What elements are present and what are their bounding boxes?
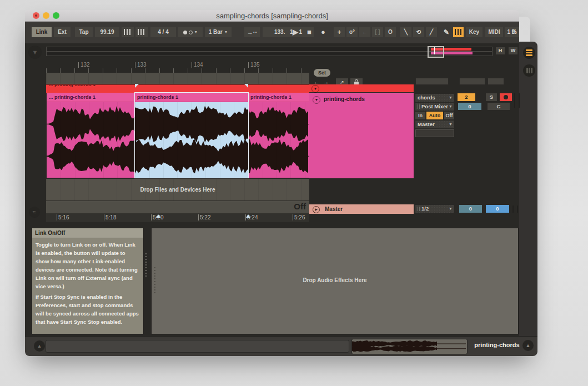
chevron-down-icon: ▼ <box>224 30 228 34</box>
arm-button[interactable] <box>500 93 512 101</box>
loop-marker-icon <box>156 214 160 218</box>
bar-number: 133 <box>135 62 147 68</box>
red-clip-label: ... printing-chords 1 <box>49 84 96 87</box>
mixer-grip <box>514 93 520 108</box>
position-bar: 133. <box>274 29 285 35</box>
beat-ruler[interactable] <box>46 68 309 73</box>
master-track-name[interactable]: Master <box>325 206 343 212</box>
session-overdub-button[interactable]: o° <box>346 27 358 37</box>
time-label: 5:18 <box>104 214 116 220</box>
track-name[interactable]: printing-chords <box>324 96 365 102</box>
track-activator[interactable]: 2 <box>458 93 475 101</box>
clip-title-bar[interactable]: printing-chords 1 <box>135 93 248 102</box>
clip-title-bar[interactable]: ... printing-chords 1 <box>47 93 135 102</box>
unfold-track-icon[interactable]: ▼ <box>313 96 320 104</box>
computer-midi-keyboard-button[interactable] <box>453 27 464 37</box>
unfold-track-icon[interactable]: ▼ <box>311 85 319 93</box>
selection-start-marker[interactable] <box>135 84 139 88</box>
loop-button[interactable]: ⟲ <box>413 27 424 37</box>
fold-bottom-button[interactable]: ▲ <box>34 340 45 352</box>
insert-marker-button[interactable]: + <box>334 27 345 37</box>
input-routing-menu[interactable]: chords▼ <box>415 94 454 102</box>
master-track-lane[interactable]: Off <box>46 201 309 213</box>
clip-waveform-area[interactable] <box>135 102 248 178</box>
input-channel-menu[interactable]: Post Mixer▼ <box>415 103 454 111</box>
red-track-header[interactable]: ▼ <box>309 84 414 92</box>
panel-splitter[interactable] <box>145 253 147 278</box>
output-routing-menu[interactable]: Master▼ <box>415 121 454 128</box>
clip-waveform-area[interactable] <box>248 102 309 178</box>
time-ruler[interactable]: 5:16 5:18 5:20 5:22 5:24 5:26 <box>46 213 309 222</box>
midi-map-button[interactable]: MIDI <box>485 27 503 37</box>
tempo-field[interactable]: 99.19 <box>95 27 119 37</box>
volume-field[interactable]: 0 <box>458 103 481 110</box>
monitor-auto-button[interactable]: Auto <box>426 112 443 119</box>
menu-toggle-button[interactable] <box>523 47 535 59</box>
grid-overlay <box>135 102 248 178</box>
input-channel-label: Post Mixer <box>421 103 448 109</box>
red-track-clip[interactable]: ... printing-chords 1 <box>46 84 309 93</box>
optimize-width-button[interactable]: W <box>509 47 517 54</box>
title-bar[interactable]: sampling-chords [sampling-chords] <box>25 10 519 22</box>
track-header[interactable]: ▼ printing-chords <box>309 93 414 178</box>
clip-waveform-area[interactable] <box>47 102 135 178</box>
punch-button[interactable]: ╱ <box>426 27 437 37</box>
solo-button[interactable]: S <box>486 93 497 101</box>
ext-sync-button[interactable]: Ext <box>54 27 71 37</box>
chevron-down-icon: ▼ <box>449 205 453 213</box>
scrub-area[interactable] <box>46 73 309 84</box>
master-volume-field[interactable]: 0 <box>459 205 482 213</box>
nudge-up-button[interactable] <box>135 27 148 37</box>
bar-number: 134 <box>192 62 203 68</box>
master-pan-field[interactable]: 0 <box>486 205 509 213</box>
drop-files-zone[interactable]: Drop Files and Devices Here <box>46 179 309 200</box>
output-channel-box[interactable] <box>415 129 454 137</box>
input-routing-label: chords <box>418 94 435 101</box>
pan-field[interactable]: C <box>488 103 510 110</box>
arrangement-view: ▼ ≈ H W 132 133 134 135 ... printing-cho… <box>25 43 519 336</box>
stop-button[interactable]: ■ <box>304 27 315 37</box>
back-to-arrangement-button[interactable]: ← <box>359 27 370 37</box>
selection-button[interactable]: [ ] <box>372 27 383 37</box>
mixer-strip-toggle-button[interactable] <box>523 64 535 77</box>
master-track-header[interactable]: ▶ Master <box>309 204 414 214</box>
disk-overload-indicator: D <box>509 27 518 37</box>
clip-title-bar[interactable]: printing-chords 1 <box>248 93 309 102</box>
tap-tempo-button[interactable]: Tap <box>75 27 93 37</box>
reenable-automation-button[interactable]: O <box>385 27 396 37</box>
play-button[interactable]: ▶ <box>290 27 301 37</box>
bar-number: 132 <box>78 62 90 68</box>
audio-clip-selected[interactable]: printing-chords 1 <box>135 93 248 178</box>
wave-view-button[interactable]: ≈ <box>29 207 40 218</box>
optimize-height-button[interactable]: H <box>496 47 505 54</box>
chevron-down-icon: ▼ <box>194 30 198 34</box>
drop-audio-effects-hint: Drop Audio Effects Here <box>152 277 518 283</box>
master-output-label: 1/2 <box>421 205 429 212</box>
record-button[interactable]: ● <box>318 27 329 37</box>
draw-mode-button[interactable]: ✎ <box>441 27 451 37</box>
follow-button[interactable]: →·· <box>244 27 260 37</box>
loop-marker-icon <box>246 214 250 218</box>
arrangement-overview[interactable] <box>46 47 492 56</box>
monitor-off-button[interactable]: Off <box>444 112 454 119</box>
audio-clip[interactable]: printing-chords 1 <box>248 93 309 178</box>
monitor-in-button[interactable]: In <box>415 112 425 119</box>
nudge-down-button[interactable] <box>122 27 134 37</box>
time-signature-field[interactable]: 4 / 4 <box>150 27 176 37</box>
master-output-menu[interactable]: 1/2▼ <box>415 205 454 213</box>
metronome-button[interactable]: ▼ <box>178 27 203 37</box>
quantize-menu[interactable]: 1 Bar ▼ <box>205 27 232 37</box>
fold-top-button[interactable]: ▼ <box>28 46 42 59</box>
overview-view-rectangle[interactable] <box>428 46 444 58</box>
time-label: 5:26 <box>293 214 305 220</box>
fold-detail-button[interactable]: ▲ <box>522 340 534 351</box>
fade-button[interactable]: ╲ <box>400 27 411 37</box>
clip-tab-label[interactable]: printing-chords <box>469 342 525 348</box>
key-map-button[interactable]: Key <box>466 27 483 37</box>
link-button[interactable]: Link <box>32 27 52 37</box>
audio-clip[interactable]: ... printing-chords 1 <box>47 93 135 178</box>
clip-overview-preview[interactable] <box>351 339 468 354</box>
selection-end-marker[interactable] <box>244 84 248 88</box>
device-chain-area[interactable]: Drop Audio Effects Here <box>151 228 519 334</box>
set-locator-button[interactable]: Set <box>314 69 330 77</box>
